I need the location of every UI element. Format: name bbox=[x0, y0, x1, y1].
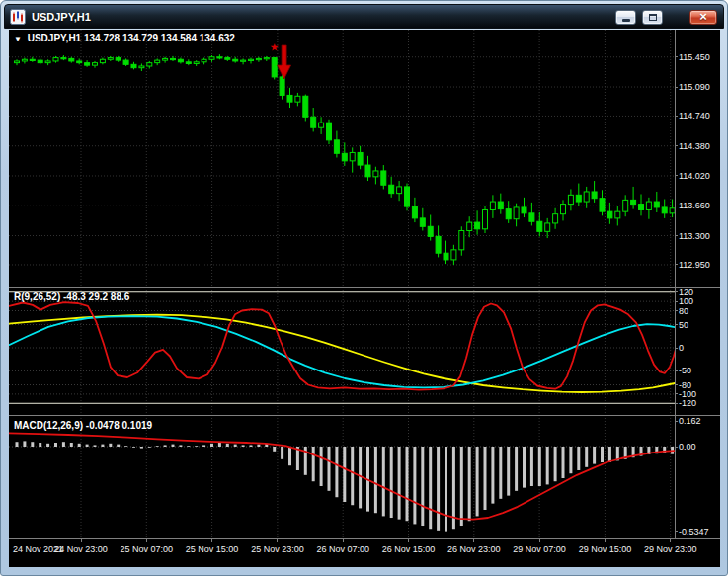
svg-text:-50: -50 bbox=[679, 366, 691, 375]
svg-text:113.660: 113.660 bbox=[679, 201, 710, 210]
svg-text:24 Nov 23:00: 24 Nov 23:00 bbox=[54, 544, 108, 554]
svg-text:26 Nov 07:00: 26 Nov 07:00 bbox=[316, 544, 369, 554]
svg-text:115.090: 115.090 bbox=[679, 82, 710, 92]
svg-text:0.00: 0.00 bbox=[679, 442, 696, 452]
svg-text:26 Nov 15:00: 26 Nov 15:00 bbox=[382, 544, 436, 554]
svg-text:-120: -120 bbox=[679, 398, 696, 408]
svg-text:25 Nov 15:00: 25 Nov 15:00 bbox=[186, 544, 239, 554]
minimize-button[interactable] bbox=[615, 10, 636, 25]
svg-text:112.950: 112.950 bbox=[679, 260, 710, 270]
chart-canvas[interactable]: ★115.450115.090114.740114.380114.020113.… bbox=[9, 30, 720, 567]
maximize-icon bbox=[649, 14, 657, 21]
svg-text:26 Nov 23:00: 26 Nov 23:00 bbox=[447, 544, 501, 554]
window-title: USDJPY,H1 bbox=[32, 11, 91, 23]
svg-text:25 Nov 23:00: 25 Nov 23:00 bbox=[251, 544, 304, 554]
chart-area[interactable]: ★115.450115.090114.740114.380114.020113.… bbox=[9, 30, 720, 567]
svg-text:0.162: 0.162 bbox=[679, 416, 701, 426]
svg-text:29 Nov 23:00: 29 Nov 23:00 bbox=[644, 544, 697, 554]
app-icon bbox=[10, 9, 26, 25]
chart-background bbox=[9, 30, 720, 567]
svg-text:29 Nov 07:00: 29 Nov 07:00 bbox=[513, 544, 566, 554]
svg-text:0: 0 bbox=[679, 343, 684, 353]
svg-text:★: ★ bbox=[271, 42, 280, 52]
application-window: USDJPY,H1 × ★115.450115.090114.740114.38… bbox=[0, 0, 728, 576]
svg-text:-0.5347: -0.5347 bbox=[679, 527, 709, 536]
svg-text:80: 80 bbox=[679, 306, 688, 316]
window-titlebar[interactable]: USDJPY,H1 × bbox=[4, 4, 724, 29]
svg-text:114.020: 114.020 bbox=[679, 171, 710, 181]
svg-text:25 Nov 07:00: 25 Nov 07:00 bbox=[121, 544, 174, 554]
maximize-button[interactable] bbox=[642, 10, 663, 25]
close-button[interactable]: × bbox=[689, 10, 717, 25]
dropdown-arrow-icon[interactable]: ▼ bbox=[14, 35, 22, 43]
svg-text:29 Nov 15:00: 29 Nov 15:00 bbox=[579, 544, 632, 554]
svg-text:50: 50 bbox=[679, 320, 688, 330]
svg-text:114.740: 114.740 bbox=[679, 111, 710, 121]
minimize-icon bbox=[622, 19, 630, 22]
close-icon: × bbox=[699, 10, 707, 23]
svg-text:113.300: 113.300 bbox=[679, 231, 710, 241]
svg-text:115.450: 115.450 bbox=[679, 52, 710, 62]
svg-text:114.380: 114.380 bbox=[679, 141, 710, 151]
